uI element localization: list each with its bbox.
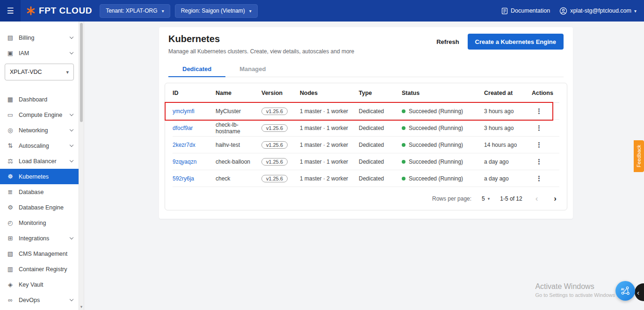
documentation-link[interactable]: Documentation — [501, 7, 550, 14]
status-dot-icon — [402, 143, 405, 147]
page-title: Kubernetes — [168, 34, 355, 44]
refresh-button[interactable]: Refresh — [436, 38, 459, 45]
devops-icon: ∞ — [7, 296, 14, 303]
tab-managed[interactable]: Managed — [225, 61, 280, 77]
rows-per-page-label: Rows per page: — [432, 195, 471, 202]
status-text: Succeeded (Running) — [409, 125, 463, 131]
networking-icon: ◎ — [7, 127, 14, 134]
column-header-created-at: Created at — [484, 90, 532, 96]
cluster-id-link[interactable]: dfocf9ar — [173, 125, 216, 131]
scrollbar-thumb[interactable] — [80, 23, 83, 122]
brand-text: FPT CLOUD — [39, 6, 92, 16]
previous-page-button[interactable]: ‹ — [533, 194, 541, 203]
table-row: ymclymfi MyCluster v1.25.6 1 master · 1 … — [173, 103, 559, 120]
tab-dedicated[interactable]: Dedicated — [168, 61, 225, 77]
billing-icon: ▤ — [7, 34, 14, 41]
monitoring-icon: ◴ — [7, 219, 14, 226]
fpt-logo-star-icon — [26, 6, 36, 15]
main-content: Kubernetes Manage all Kubernetes cluster… — [85, 22, 644, 310]
sidebar-item-container-registry[interactable]: ▥ Container Registry — [0, 261, 79, 277]
row-actions-button[interactable]: ⋮ — [532, 123, 546, 133]
status-text: Succeeded (Running) — [409, 159, 463, 165]
next-page-button[interactable]: › — [551, 194, 559, 203]
type-cell: Dedicated — [359, 159, 402, 165]
chevron-left-icon: ‹ — [637, 288, 639, 296]
nodes-cell: 1 master · 1 worker — [300, 108, 359, 115]
type-cell: Dedicated — [359, 125, 402, 131]
sidebar-item-database-engine[interactable]: ⚙ Database Engine — [0, 200, 79, 215]
sidebar-item-dashboard[interactable]: ▦ Dashboard — [0, 92, 79, 107]
account-menu[interactable]: xplat-stg@fptcloud.com ▾ — [559, 7, 637, 15]
vdc-selector[interactable]: XPLAT-VDC ▾ — [5, 64, 74, 80]
column-header-version: Version — [261, 90, 300, 96]
container-registry-icon: ▥ — [7, 266, 14, 273]
version-badge: v1.25.6 — [261, 158, 288, 166]
table-body: ymclymfi MyCluster v1.25.6 1 master · 1 … — [173, 103, 559, 187]
activate-windows-watermark: Activate Windows Go to Settings to activ… — [535, 282, 615, 298]
cms-management-icon: ▧ — [7, 250, 14, 257]
nodes-cell: 1 master · 2 worker — [300, 175, 359, 182]
chevron-down-icon — [70, 297, 73, 301]
sidebar-item-label: Database Engine — [19, 204, 64, 211]
sidebar-item-label: Monitoring — [19, 220, 46, 226]
chevron-down-icon — [70, 159, 73, 162]
cluster-id-link[interactable]: 9zqyaqzn — [173, 159, 216, 165]
sidebar-item-monitoring[interactable]: ◴ Monitoring — [0, 215, 79, 231]
chevron-down-icon — [70, 112, 73, 116]
tenant-selector[interactable]: Tenant: XPLAT-ORG ▾ — [100, 4, 170, 18]
create-kubernetes-button[interactable]: Create a Kubernetes Engine — [468, 34, 564, 50]
column-header-nodes: Nodes — [300, 90, 359, 96]
cluster-id-link[interactable]: 2kezr7dx — [173, 142, 216, 148]
sidebar-item-kubernetes[interactable]: ☸ Kubernetes — [0, 169, 79, 184]
chevron-down-icon — [70, 35, 73, 39]
header-actions: Refresh Create a Kubernetes Engine — [436, 34, 564, 50]
rows-per-page-select[interactable]: 5 ▾ — [482, 195, 490, 202]
caret-down-icon: ▾ — [66, 69, 69, 75]
status-dot-icon — [402, 109, 405, 113]
sidebar-scrollbar[interactable]: ▾ — [79, 22, 84, 310]
sidebar-item-key-vault[interactable]: ◈ Key Vault — [0, 277, 79, 292]
integrations-icon: ⊞ — [7, 235, 14, 242]
fpt-cloud-logo[interactable]: FPT CLOUD — [26, 6, 92, 16]
cluster-id-link[interactable]: 592ry6ja — [173, 175, 216, 182]
sidebar-item-label: DevOps — [19, 297, 40, 303]
sidebar-item-devops[interactable]: ∞ DevOps — [0, 292, 79, 308]
vdc-selector-value: XPLAT-VDC — [10, 69, 42, 75]
ai-assistant-button[interactable]: AI — [615, 281, 635, 301]
row-actions-button[interactable]: ⋮ — [532, 173, 546, 184]
sidebar-item-cms-management[interactable]: ▧ CMS Management — [0, 246, 79, 261]
sidebar-item-compute-engine[interactable]: ▭ Compute Engine — [0, 107, 79, 123]
region-label: Region: Saigon (Vietnam) — [181, 7, 245, 14]
hamburger-menu-button[interactable]: ☰ — [0, 0, 21, 22]
status-text: Succeeded (Running) — [409, 175, 463, 182]
watermark-line2: Go to Settings to activate Windows — [535, 292, 615, 298]
key-vault-icon: ◈ — [7, 281, 14, 288]
page-range: 1-5 of 12 — [500, 195, 522, 202]
sidebar-item-integrations[interactable]: ⊞ Integrations — [0, 231, 79, 246]
row-actions-button[interactable]: ⋮ — [532, 140, 546, 150]
iam-icon: ▣ — [7, 50, 14, 57]
table-row: 592ry6ja check v1.25.6 1 master · 2 work… — [173, 170, 559, 187]
nodes-cell: 1 master · 1 worker — [300, 159, 359, 165]
sidebar-item-iam[interactable]: ▣ IAM — [0, 45, 79, 61]
hamburger-icon: ☰ — [7, 6, 14, 16]
sidebar-item-load-balancer[interactable]: ⚖ Load Balancer — [0, 153, 79, 169]
sidebar-item-networking[interactable]: ◎ Networking — [0, 123, 79, 138]
row-actions-button[interactable]: ⋮ — [532, 106, 546, 116]
account-email: xplat-stg@fptcloud.com — [570, 7, 631, 14]
tenant-label: Tenant: XPLAT-ORG — [106, 7, 158, 14]
sidebar-item-billing[interactable]: ▤ Billing — [0, 30, 79, 45]
status-text: Succeeded (Running) — [409, 108, 463, 115]
cluster-id-link[interactable]: ymclymfi — [173, 108, 216, 115]
feedback-button[interactable]: Feedback — [634, 140, 644, 172]
chevron-down-icon — [70, 236, 73, 239]
sidebar-item-autoscaling[interactable]: ⇅ Autoscaling — [0, 138, 79, 153]
column-header-type: Type — [359, 90, 402, 96]
sidebar-item-label: Database — [19, 189, 44, 195]
sidebar-item-database[interactable]: ≣ Database — [0, 184, 79, 200]
region-selector[interactable]: Region: Saigon (Vietnam) ▾ — [175, 4, 258, 18]
scroll-down-button[interactable]: ▾ — [79, 304, 84, 309]
sidebar-item-label: Dashboard — [19, 96, 47, 103]
documentation-label: Documentation — [511, 7, 550, 14]
row-actions-button[interactable]: ⋮ — [532, 157, 546, 167]
